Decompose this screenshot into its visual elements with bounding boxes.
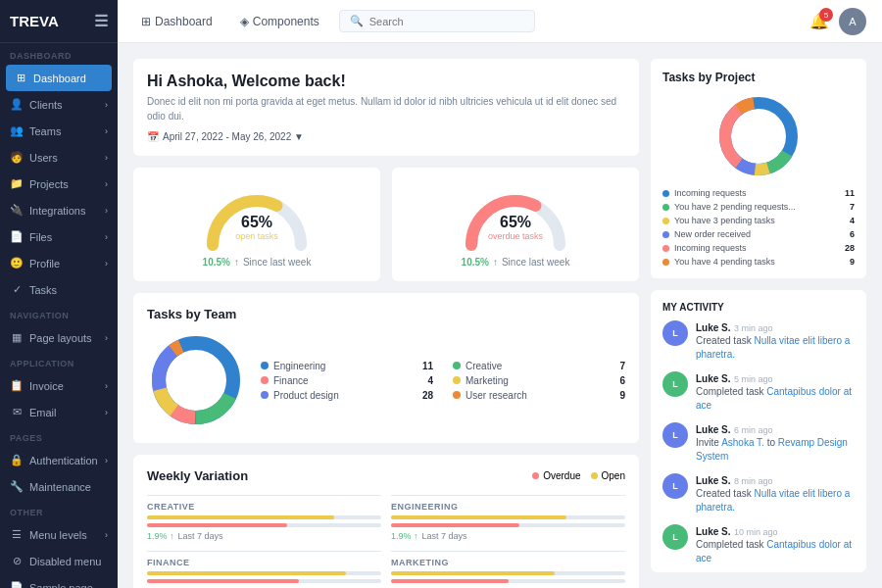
user-avatar[interactable]: A [839,8,866,35]
tasks-by-team-legend: Engineering 11 Creative 7 Finance 4 Mark… [261,361,625,401]
sample-page-label: Sample page [29,582,93,589]
tbp-dot [662,204,669,211]
legend-dot [261,376,269,384]
wv-label: CREATIVE [147,502,381,512]
activity-username: Luke S. [696,322,731,333]
tasks-by-project-title: Tasks by Project [662,71,855,84]
sidebar-item-tasks[interactable]: ✓ Tasks [0,276,118,303]
notification-bell[interactable]: 🔔 5 [809,12,829,30]
activity-section: MY Activity L Luke S. 3 min ago Created … [651,290,866,572]
overdue-tasks-percent: 65% [462,214,569,231]
weekly-variation-grid: CREATIVE 1.9% ↑ Last 7 days ENGINEERING … [147,495,625,588]
welcome-section: Hi Ashoka, Welcome back! Donec id elit n… [133,59,639,156]
search-icon: 🔍 [350,15,364,27]
activity-time: 10 min ago [734,527,778,537]
wv-open-bar-track [147,571,381,575]
legend-label: Finance [273,375,309,386]
tbp-label: Incoming requests [674,243,747,253]
legend-label: User research [466,390,527,401]
activity-item-3: L Luke S. 8 min ago Created task Nulla v… [662,473,855,514]
sidebar-item-profile[interactable]: 🙂 Profile › [0,250,118,276]
app-name: TREVA [10,13,59,29]
sidebar-item-invoice[interactable]: 📋 Invoice › [0,372,118,399]
header-components-nav[interactable]: ◈ Components [232,11,327,32]
legend-dot [453,391,461,399]
tbp-count: 9 [850,257,855,267]
wv-overdue-bar [391,523,519,527]
teams-icon: 👥 [10,124,24,137]
projects-arrow: › [105,179,108,189]
projects-icon: 📁 [10,177,24,190]
overdue-tasks-stat: 10.5% ↑ Since last week [462,257,570,268]
team-legend-item-engineering: Engineering 11 [261,361,433,371]
sidebar-item-menu-levels[interactable]: ☰ Menu levels › [0,521,118,548]
wv-overdue-bar [147,579,299,583]
menu-toggle-icon[interactable]: ☰ [94,12,108,30]
notification-count: 5 [819,8,833,22]
sidebar-item-users[interactable]: 🧑 Users › [0,144,118,171]
activity-action: Created task [696,488,754,499]
sidebar-item-disabled-menu[interactable]: ⊘ Disabled menu [0,548,118,574]
sidebar-section-pages: PAGES [0,425,118,447]
files-label: Files [29,231,52,243]
activity-time: 8 min ago [734,476,773,486]
maintenance-icon: 🔧 [10,480,24,493]
sidebar-section-navigation: NAVIGATION [0,303,118,324]
sidebar-item-projects[interactable]: 📁 Projects › [0,171,118,197]
activity-body: Luke S. 5 min ago Completed task Cantapi… [696,371,855,413]
calendar-icon: 📅 [147,131,159,142]
email-label: Email [29,407,57,418]
tbp-legend-item: You have 2 pending requests... 7 [662,202,855,212]
activity-action: Completed task [696,539,766,550]
tasks-by-team-card: Tasks by Team [133,293,639,443]
search-input[interactable] [369,16,505,27]
legend-count: 4 [427,375,433,386]
date-range-picker[interactable]: 📅 April 27, 2022 - May 26, 2022 ▼ [147,131,625,142]
sidebar-item-maintenance[interactable]: 🔧 Maintenance [0,473,118,500]
sidebar-item-teams[interactable]: 👥 Teams › [0,118,118,144]
sidebar-item-authentication[interactable]: 🔒 Authentication › [0,447,118,473]
activity-header: Luke S. 8 min ago [696,473,855,487]
sidebar-section-dashboard: DASHBOARD [0,43,118,65]
sidebar-item-integrations[interactable]: 🔌 Integrations › [0,197,118,223]
activity-username: Luke S. [696,526,731,537]
sidebar-item-email[interactable]: ✉ Email › [0,399,118,425]
wv-item-creative: CREATIVE 1.9% ↑ Last 7 days [147,495,381,541]
users-icon: 🧑 [10,151,24,164]
tasks-by-team-donut [147,331,245,429]
wv-open-bar [391,515,566,519]
activity-body: Luke S. 8 min ago Created task Nulla vit… [696,473,855,514]
open-tasks-percent: 65% [203,214,311,231]
header-right: 🔔 5 A [809,8,866,35]
wv-open-bar-track [147,515,381,519]
sidebar-item-page-layouts[interactable]: ▦ Page layouts › [0,324,118,351]
profile-label: Profile [29,258,60,270]
tbp-legend-item: New order received 6 [662,229,855,239]
integrations-label: Integrations [29,205,85,217]
clients-arrow: › [105,100,108,110]
activity-item-1: L Luke S. 5 min ago Completed task Canta… [662,371,855,413]
activity-avatar: L [662,371,688,397]
clients-label: Clients [29,99,63,111]
activity-avatar: L [662,524,688,550]
sidebar-item-files[interactable]: 📄 Files › [0,223,118,250]
activity-avatar: L [662,422,688,448]
overdue-tasks-label: overdue tasks [462,231,569,241]
open-tasks-stat: 10.5% ↑ Since last week [203,257,312,268]
activity-link[interactable]: Ashoka T. [721,437,764,448]
teams-arrow: › [105,126,108,136]
integrations-arrow: › [105,206,108,216]
email-icon: ✉ [10,406,24,418]
tbp-count: 11 [845,188,855,198]
sidebar: TREVA ☰DASHBOARD⊞ Dashboard 👤 Clients ›👥… [0,0,118,588]
wv-item-engineering: ENGINEERING 1.9% ↑ Last 7 days [391,495,625,541]
header-dashboard-nav[interactable]: ⊞ Dashboard [133,11,220,32]
sidebar-item-clients[interactable]: 👤 Clients › [0,91,118,118]
activity-time: 5 min ago [734,374,773,384]
page-layouts-arrow: › [105,333,108,343]
search-box: 🔍 [339,10,535,32]
sidebar-item-dashboard[interactable]: ⊞ Dashboard [6,65,112,91]
team-legend-item-user-research: User research 9 [453,390,625,401]
menu-levels-icon: ☰ [10,528,24,541]
sidebar-item-sample-page[interactable]: 📄 Sample page [0,574,118,588]
